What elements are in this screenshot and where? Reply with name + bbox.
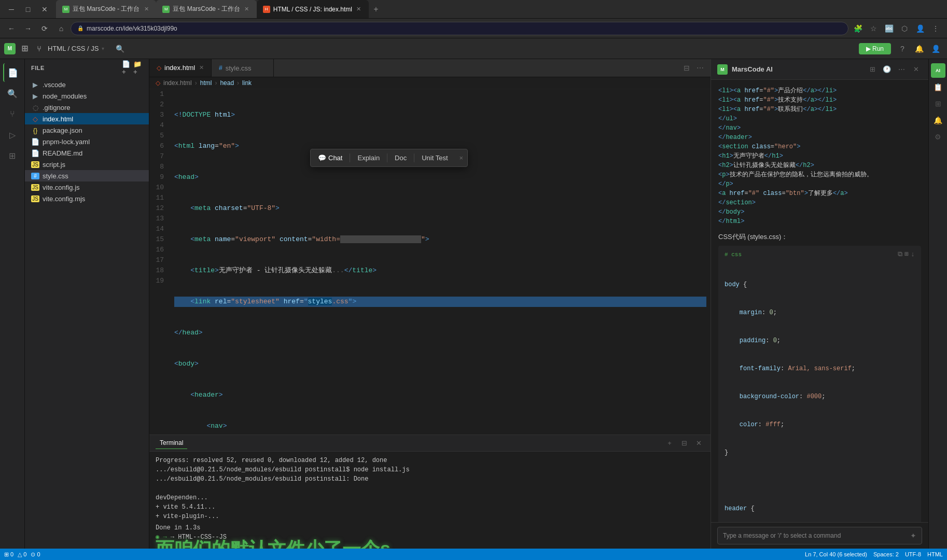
- tab-close-1[interactable]: ✕: [143, 6, 150, 13]
- file-item-index-html[interactable]: ◇ index.html: [25, 113, 149, 124]
- status-info[interactable]: ⊙ 0: [31, 551, 40, 558]
- notification-icon[interactable]: 🔔: [912, 41, 926, 56]
- context-menu-chat[interactable]: 💬 Chat: [311, 151, 350, 164]
- terminal-large-text: 而咱们的默认文件少了一个s: [156, 542, 704, 549]
- file-item-style-css[interactable]: # style.css: [25, 170, 149, 181]
- ai-more-icon[interactable]: ⋯: [895, 63, 908, 76]
- new-file-icon[interactable]: 📄+: [122, 63, 131, 73]
- context-menu-close-btn[interactable]: ×: [455, 151, 468, 164]
- editor-content[interactable]: 1 2 3 4 5 6 7 8 9 10 11 12 13 14 15 16 1: [149, 89, 711, 435]
- breadcrumb-link-tag[interactable]: link: [242, 79, 252, 87]
- code-line-6: <title>无声守护者 - 让针孔摄像头无处躲藏...</title>: [174, 265, 706, 276]
- context-menu-doc[interactable]: Doc: [387, 151, 414, 164]
- ide-search-icon[interactable]: 🔍: [113, 41, 127, 56]
- activity-search[interactable]: 🔍: [3, 84, 22, 103]
- file-tree: ▶ .vscode ▶ node_modules ◌ .gitignore ◇ …: [25, 77, 149, 549]
- editor-tab-index-html[interactable]: ◇ index.html ✕: [149, 59, 212, 77]
- tab-close-index[interactable]: ✕: [199, 64, 204, 71]
- tab-close-3[interactable]: ✕: [355, 6, 363, 13]
- menu-icon[interactable]: ⋮: [928, 21, 943, 36]
- context-menu-unit-test[interactable]: Unit Test: [414, 151, 455, 164]
- browser-tab-3[interactable]: H HTML / CSS / JS: index.html ✕: [257, 0, 369, 18]
- status-encoding[interactable]: UTF-8: [905, 551, 921, 557]
- file-item-node-modules[interactable]: ▶ node_modules: [25, 90, 149, 102]
- close-btn[interactable]: ✕: [37, 2, 52, 17]
- status-right: Ln 7, Col 40 (6 selected) Spaces: 2 UTF-…: [805, 551, 943, 557]
- copy-icon[interactable]: ⧉: [898, 250, 902, 259]
- edge-icon-2[interactable]: 📋: [931, 80, 945, 94]
- file-item-vite-config-js[interactable]: JS vite.config.js: [25, 181, 149, 193]
- browser-tab-1[interactable]: M 豆包 MarsCode - 工作台 ✕: [56, 0, 156, 18]
- ai-close-icon[interactable]: ✕: [910, 63, 922, 76]
- file-item-package-json[interactable]: {} package.json: [25, 124, 149, 136]
- file-item-gitignore[interactable]: ◌ .gitignore: [25, 102, 149, 113]
- branch-icon[interactable]: ⑂: [33, 43, 45, 54]
- status-warnings[interactable]: △ 0: [18, 551, 26, 558]
- status-spaces[interactable]: Spaces: 2: [873, 551, 899, 557]
- capture-icon[interactable]: ⬡: [897, 21, 912, 36]
- status-bar: ⊞ 0 △ 0 ⊙ 0 Ln 7, Col 40 (6 selected) Sp…: [0, 549, 947, 560]
- star-icon[interactable]: ☆: [866, 21, 881, 36]
- activity-debug[interactable]: ▷: [3, 125, 22, 144]
- ai-content[interactable]: <li><a href="#">产品介绍</a></li> <li><a hre…: [711, 80, 928, 522]
- file-item-readme[interactable]: 📄 README.md: [25, 147, 149, 159]
- split-terminal-icon[interactable]: ⊟: [678, 438, 690, 449]
- file-item-pnpm-lock[interactable]: 📄 pnpm-lock.yaml: [25, 136, 149, 147]
- avatar-icon[interactable]: 👤: [928, 41, 943, 56]
- ai-input-box[interactable]: Type a message or '/' to select a comman…: [717, 527, 922, 544]
- ai-html-line-9: <h2>让针孔摄像头无处躲藏</h2>: [718, 161, 921, 170]
- more-icon[interactable]: ⋯: [694, 62, 706, 74]
- breadcrumb-html-tag[interactable]: html: [200, 79, 212, 87]
- profile-icon[interactable]: 👤: [913, 21, 927, 36]
- editor-tab-style-css[interactable]: # style.css: [212, 59, 274, 77]
- browser-tab-2[interactable]: M 豆包 MarsCode - 工作台 ✕: [156, 0, 256, 18]
- file-name: node_modules: [43, 92, 87, 100]
- activity-extensions[interactable]: ⊞: [3, 146, 22, 165]
- file-item-vscode[interactable]: ▶ .vscode: [25, 79, 149, 90]
- code-editor[interactable]: <!DOCTYPE html> <html lang="en"> <head> …: [170, 89, 711, 435]
- insert-icon[interactable]: ↓: [911, 250, 915, 259]
- ide-title-arrow[interactable]: ▾: [102, 46, 104, 51]
- status-errors[interactable]: ⊞ 0: [4, 551, 13, 558]
- breadcrumb-head-tag[interactable]: head: [220, 79, 234, 87]
- new-folder-icon[interactable]: 📁+: [133, 63, 143, 73]
- split-editor-icon[interactable]: ⊟: [680, 62, 693, 74]
- run-button[interactable]: ▶ Run: [859, 43, 891, 54]
- refresh-button[interactable]: ⟳: [37, 21, 52, 36]
- add-terminal-icon[interactable]: +: [664, 438, 675, 449]
- file-name: vite.config.mjs: [43, 195, 85, 203]
- ai-copy-icon[interactable]: ⊞: [866, 63, 879, 76]
- help-icon[interactable]: ?: [895, 41, 910, 56]
- file-item-script-js[interactable]: JS script.js: [25, 159, 149, 170]
- ai-edge-icon[interactable]: AI: [931, 63, 945, 78]
- translate-icon[interactable]: 🔤: [882, 21, 896, 36]
- terminal-tab[interactable]: Terminal: [156, 437, 187, 449]
- minimize-btn[interactable]: ─: [4, 2, 19, 17]
- edge-icon-3[interactable]: ⊞: [931, 96, 945, 111]
- expand-icon[interactable]: ⊞: [904, 250, 909, 259]
- file-item-vite-config-mjs[interactable]: JS vite.config.mjs: [25, 193, 149, 204]
- ai-history-icon[interactable]: 🕐: [881, 63, 893, 76]
- new-tab-button[interactable]: +: [369, 0, 383, 18]
- grid-icon[interactable]: ⊞: [19, 43, 30, 54]
- file-name: .gitignore: [43, 104, 70, 111]
- extensions-icon[interactable]: 🧩: [851, 21, 865, 36]
- activity-git[interactable]: ⑂: [3, 105, 22, 123]
- edge-icon-5[interactable]: ⚙: [931, 130, 945, 144]
- back-button[interactable]: ←: [4, 21, 19, 36]
- status-cursor[interactable]: Ln 7, Col 40 (6 selected): [805, 551, 867, 557]
- status-language[interactable]: HTML: [927, 551, 943, 557]
- context-menu-explain[interactable]: Explain: [350, 151, 387, 164]
- forward-button[interactable]: →: [21, 21, 35, 36]
- activity-files[interactable]: 📄: [3, 63, 22, 82]
- terminal-content[interactable]: Progress: resolved 52, reused 0, downloa…: [149, 452, 711, 549]
- maximize-btn[interactable]: □: [21, 2, 35, 17]
- ai-send-button[interactable]: ✦: [910, 531, 916, 540]
- close-terminal-icon[interactable]: ✕: [693, 438, 704, 449]
- tab-close-2[interactable]: ✕: [243, 6, 250, 13]
- edge-icon-4[interactable]: 🔔: [931, 113, 945, 128]
- breadcrumb-index[interactable]: index.html: [163, 79, 192, 87]
- address-bar[interactable]: 🔒 marscode.cn/ide/vk315k03djl99o: [71, 22, 848, 35]
- sidebar-title: File: [31, 65, 45, 71]
- home-button[interactable]: ⌂: [54, 21, 68, 36]
